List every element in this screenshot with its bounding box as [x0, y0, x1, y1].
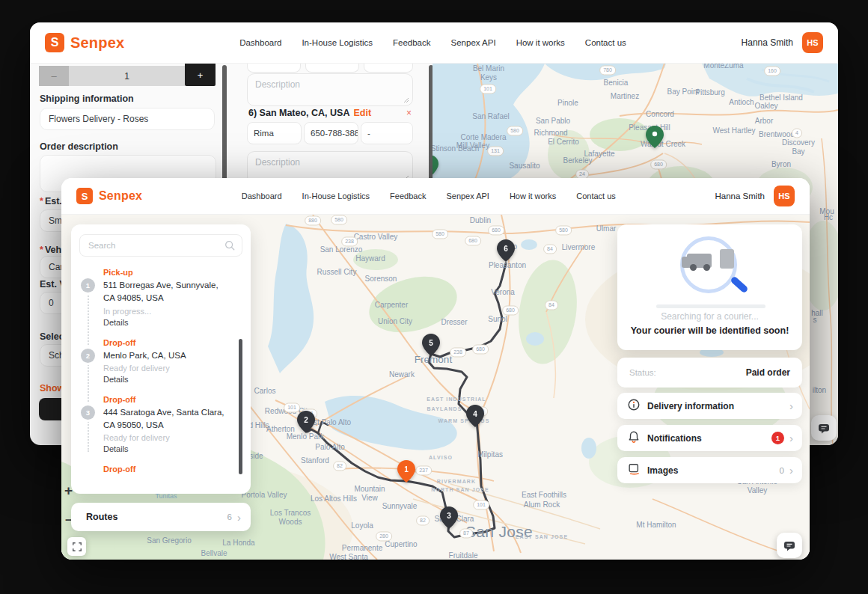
foreground-window: S Senpex DashboardIn-House LogisticsFeed…	[61, 178, 810, 560]
svg-text:5: 5	[429, 339, 433, 347]
stop-address: 444 Saratoga Ave, Santa Clara, CA 95050,…	[103, 406, 232, 432]
nav-item-how-it-works[interactable]: How it works	[516, 38, 565, 47]
map-marker-6[interactable]: 6	[497, 239, 515, 265]
map-marker[interactable]	[646, 126, 664, 151]
nav-user: Hanna Smith HS	[715, 186, 795, 206]
routes-bar[interactable]: Routes 6 ›	[71, 503, 251, 531]
top-navbar: S Senpex DashboardIn-House LogisticsFeed…	[61, 178, 810, 215]
chat-button[interactable]	[777, 533, 802, 558]
search-input[interactable]	[79, 234, 242, 257]
courier-message: Your courier will be identified soon!	[617, 325, 802, 336]
nav-item-senpex-api[interactable]: Senpex API	[446, 192, 489, 200]
map-marker-4[interactable]: 4	[466, 405, 484, 430]
input-stub[interactable]	[364, 64, 413, 73]
quantity-value[interactable]: 1	[69, 66, 185, 86]
search-icon	[224, 239, 236, 251]
input-stub[interactable]	[305, 64, 359, 73]
shipping-information-label: Shipping information	[40, 94, 134, 104]
user-name: Hanna Smith	[742, 37, 793, 48]
stop-status: In progress...	[103, 307, 232, 316]
images-icon	[627, 462, 641, 479]
fullscreen-button[interactable]	[67, 537, 86, 556]
nav-links: DashboardIn-House LogisticsFeedbackSenpe…	[242, 192, 616, 200]
stop-type: Pick-up	[103, 268, 232, 277]
menu-row-notifications[interactable]: Notifications1›	[617, 425, 802, 451]
nav-item-senpex-api[interactable]: Senpex API	[451, 38, 496, 47]
nav-item-feedback[interactable]: Feedback	[393, 38, 431, 47]
chevron-right-icon: ›	[237, 512, 241, 523]
chevron-right-icon: ›	[789, 432, 793, 444]
field-label: *Est.	[40, 196, 62, 206]
user-avatar[interactable]: HS	[802, 32, 823, 53]
list-scrollbar[interactable]	[239, 339, 242, 474]
senpex-logo-icon: S	[45, 33, 64, 52]
stop-number-badge: 2	[81, 349, 95, 363]
map-marker-1[interactable]: 1	[397, 460, 415, 486]
senpex-logo[interactable]: S Senpex	[76, 188, 142, 204]
info-icon	[627, 398, 641, 414]
stop-6-title: 6) San Mateo, CA, USA	[248, 108, 349, 118]
resize-handle-icon	[403, 97, 409, 103]
stop-details-link[interactable]: Details	[103, 444, 232, 453]
contact-phone-input[interactable]: 650-788-388	[304, 122, 358, 144]
nav-item-in-house-logistics[interactable]: In-House Logistics	[302, 192, 370, 200]
route-stop-2: 2Drop-offMenlo Park, CA, USAReady for de…	[79, 338, 242, 384]
menu-row-delivery-information[interactable]: Delivery information›	[617, 393, 802, 419]
stop-number-badge: 3	[81, 405, 95, 420]
stop-6-edit-link[interactable]: Edit	[353, 108, 371, 118]
quantity-increase-button[interactable]: +	[185, 64, 216, 86]
chat-icon	[782, 538, 797, 553]
contact-name-input[interactable]: Rima	[247, 122, 302, 144]
van-icon	[720, 249, 734, 269]
nav-item-contact-us[interactable]: Contact us	[585, 38, 626, 47]
menu-label: Delivery information	[647, 401, 734, 411]
field-label: Selec	[40, 331, 64, 342]
senpex-logo[interactable]: S Senpex	[45, 33, 124, 52]
route-stop-1: 1Pick-up511 Borregas Ave, Sunnyvale, CA …	[79, 268, 242, 327]
stop-6-remove-icon[interactable]: ×	[406, 108, 412, 118]
nav-item-contact-us[interactable]: Contact us	[576, 192, 616, 200]
stop-type: Drop-off	[103, 465, 232, 474]
truck-icon	[687, 254, 712, 268]
stop-type: Drop-off	[103, 395, 232, 404]
map-marker-5[interactable]: 5	[422, 334, 440, 359]
nav-item-how-it-works[interactable]: How it works	[510, 192, 556, 200]
chevron-right-icon: ›	[789, 400, 793, 411]
stop-number-badge: 1	[81, 278, 95, 293]
quantity-stepper: – 1 +	[39, 64, 216, 86]
svg-text:4: 4	[473, 410, 477, 418]
svg-text:2: 2	[304, 416, 308, 424]
map-marker[interactable]	[433, 155, 438, 180]
searching-text: Searching for a courier...	[617, 311, 802, 322]
chevron-right-icon: ›	[789, 465, 793, 476]
courier-search-card: Searching for a courier... Your courier …	[617, 224, 802, 350]
field-label: *Vehi	[40, 245, 64, 255]
nav-item-dashboard[interactable]: Dashboard	[242, 192, 282, 200]
map-marker-2[interactable]: 2	[297, 411, 315, 436]
chat-button[interactable]	[811, 415, 837, 441]
stop-description-textarea[interactable]: Description	[247, 73, 413, 106]
notification-badge: 1	[771, 432, 784, 444]
nav-item-feedback[interactable]: Feedback	[390, 192, 426, 200]
stop-6-header: 6) San Mateo, CA, USA Edit ×	[248, 108, 412, 118]
route-stop-4: 4Drop-off440 Dixon Landing Rd, Milpitas,…	[79, 465, 242, 474]
stop-type: Drop-off	[103, 338, 186, 347]
stop-details-link[interactable]: Details	[103, 318, 232, 327]
quantity-decrease-button[interactable]: –	[39, 66, 69, 86]
map-marker-3[interactable]: 3	[440, 506, 458, 532]
input-stub[interactable]	[247, 64, 301, 73]
contact-ext-input[interactable]: -	[361, 122, 413, 144]
menu-row-images[interactable]: Images0›	[617, 457, 802, 483]
shipping-name-input[interactable]: Flowers Delivery - Roses	[40, 108, 215, 130]
nav-item-in-house-logistics[interactable]: In-House Logistics	[302, 38, 373, 47]
chat-icon	[816, 420, 831, 435]
status-label: Status:	[629, 368, 656, 377]
nav-item-dashboard[interactable]: Dashboard	[239, 38, 281, 47]
menu-count: 0	[780, 466, 784, 475]
menu-label: Images	[647, 465, 678, 476]
svg-text:6: 6	[504, 245, 508, 253]
route-stops-list: 1Pick-up511 Borregas Ave, Sunnyvale, CA …	[79, 268, 242, 474]
routes-count: 6	[227, 512, 232, 521]
stop-details-link[interactable]: Details	[103, 375, 186, 384]
user-avatar[interactable]: HS	[774, 186, 795, 206]
